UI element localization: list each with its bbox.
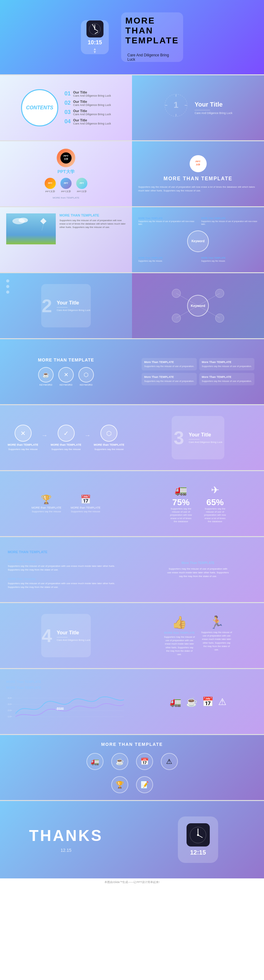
slide-contents: CONTENTS 01 Our Title Care And Diligence… (0, 75, 264, 140)
svg-text:PPT: PPT (196, 160, 200, 163)
slide-icons: MORE THAN TEMPLATE ☕ KEYWORD ✕ KEYWORD ⬡… (0, 339, 264, 404)
svg-text:1: 1 (173, 100, 178, 110)
flow-title-3: MORE than TEMPLATE (94, 443, 124, 446)
flow-circle-1: ✕ (14, 425, 32, 442)
thanks-title: THANKS (29, 827, 103, 845)
contents-text-4: Our Title Care And Diligence Bring Luck (73, 118, 111, 125)
grid-circle-1: 🚛 (86, 753, 103, 770)
s9-left: MORE THAN TEMPLATE MORE than Template Su… (0, 537, 132, 602)
s6-grid-item-4: More Than TEMPLATE Supporters say the mi… (199, 373, 254, 385)
flow-item-3: ⬡ MORE than TEMPLATE Supporters say the … (94, 425, 124, 451)
grid-circle-6: 📝 (136, 776, 153, 793)
ppt-logo-block: PPT 大学 PPT大学 (57, 149, 75, 175)
s5-left: 2 Your Title Care And Diligence Bring Lu… (0, 273, 132, 338)
s6-grid-item-1: More Than TEMPLATE Supporters say the mi… (142, 358, 197, 371)
slide-section-4: 4 Your Title Care And Diligence Bring Lu… (0, 603, 264, 668)
s4-bottom-labels: MORE Than TEMPLATE Supporters say the mi… (132, 257, 264, 266)
thanks-clock-face (186, 823, 210, 846)
icon-circle-3: ⬡ (78, 367, 94, 382)
flow-circle-2: ✓ (58, 425, 75, 442)
s9-section-2-label: MORE than Template (8, 578, 124, 581)
section-1-title-card: Your Title Care And Diligence Bring Luck (195, 101, 232, 115)
section-3-card: 3 Your Title Care And Diligence Bring Lu… (172, 416, 224, 459)
svg-point-27 (215, 314, 224, 323)
slide-more-than: MORE THAN TEMPLATE Supporters say the mi… (0, 207, 264, 272)
percent-icon-1: 🚛 (169, 484, 193, 496)
percent-icon-2: ✈ (203, 484, 227, 496)
contents-num-1: 01 (64, 91, 71, 97)
s11-left: MORE Than TEMPLATE MORE Than TEMPLATE 4.… (0, 669, 132, 734)
thanks-clock-time: 12:15 (190, 849, 206, 856)
s11-icon-4: ⚠ (218, 696, 226, 707)
stat-label-2: MORE than TEMPLATE (71, 506, 100, 509)
percent-item-1: 🚛 75% Supporters say the misuse of use o… (169, 484, 193, 523)
badge-circle-2: PPT (60, 178, 72, 189)
grid-circle-5: 🏆 (111, 776, 128, 793)
s6-right: More Than TEMPLATE Supporters say the mi… (132, 339, 264, 404)
grid-circle-3: 📅 (136, 753, 153, 770)
s6-grid-item-3: More Than TEMPLATE Supporters say the mi… (142, 373, 197, 385)
sky-svg (6, 213, 56, 244)
svg-point-24 (172, 289, 181, 298)
svg-point-17 (19, 218, 28, 223)
logo-badge-1: PPT PPT大学 (45, 178, 56, 193)
s4-label-1: MORE Than TEMPLATE Supporters say the mi… (138, 217, 195, 226)
ppt-logo-main: PPT 大学 (57, 149, 75, 167)
s4-text-body: Supporters say the misuse of use of prep… (59, 219, 126, 229)
s11-icon-1: 🚛 (170, 696, 181, 707)
slide-section-2: 2 Your Title Care And Diligence Bring Lu… (0, 273, 264, 338)
stat-item-2: 📅 MORE than TEMPLATE Supporters say the … (71, 494, 100, 513)
ppt-right: PPT 大学 MORE THAN TEMPLATE Supporters say… (132, 141, 264, 206)
flow-circle-3: ⬡ (100, 425, 118, 442)
s10-icon-2-body: Supporters may the misuse of use of prep… (201, 631, 232, 652)
grid-icon-6: 📝 (136, 776, 153, 793)
thanks-sub: 12.15 (60, 848, 71, 853)
grid-circle-2: ☕ (111, 753, 128, 770)
section-3-number: 3 (174, 427, 184, 449)
thanks-right: 12:15 (132, 816, 264, 863)
flow-item-2: ✓ MORE than TEMPLATE Supporters say the … (51, 425, 81, 451)
section-2-number: 2 (42, 295, 52, 317)
slide-stats: 🏆 MORE than TEMPLATE Supporters say the … (0, 471, 264, 536)
s4-label-4: MORE Than TEMPLATE Supporters say the mi… (201, 257, 258, 262)
flow-title-1: MORE than TEMPLATE (8, 443, 38, 446)
logo-badge-2: PPT PPT大学 (60, 178, 72, 193)
s11-icons: 🚛 ☕ 📅 ⚠ (164, 690, 233, 713)
svg-text:1.0+: 1.0+ (8, 716, 12, 718)
keyword-network: Keyword (167, 284, 229, 328)
grid-icon-1: 🚛 (86, 753, 103, 770)
contents-list: 01 Our Title Care And Diligence Bring Lu… (64, 91, 111, 125)
sky-image (6, 213, 56, 244)
s4-label-2: MORE Than TEMPLATE Supporters say the mi… (201, 217, 258, 226)
s9-right: More Than TEMPLATE Supporters may the mi… (132, 537, 264, 602)
footer: 本图由iSlide™生成——让PPT设计简单起来! (0, 878, 264, 886)
stat-icon-1: 🏆 (32, 494, 61, 504)
svg-text:2.0+: 2.0+ (8, 709, 12, 711)
contents-item-2: 02 Our Title Care And Diligence Bring Lu… (64, 100, 111, 107)
flow-body-3: Supporters say the misuse (94, 448, 124, 451)
s4-left: MORE THAN TEMPLATE Supporters say the mi… (0, 207, 132, 272)
section-4-card: 4 Your Title Care And Diligence Bring Lu… (41, 614, 91, 657)
flow-body-2: Supporters say the misuse (51, 448, 81, 451)
svg-text:3.0+: 3.0+ (8, 703, 12, 705)
slide-thanks: THANKS 12.15 12:15 (0, 801, 264, 878)
grid-circle-4: ⚠ (161, 753, 178, 770)
s9-section-2-body: Supporters say the misuse of use of prep… (8, 582, 124, 589)
s10-icon-1: 👍 MORE than TEMPLATE Supporters may the … (164, 615, 195, 656)
contents-circle-label: CONTENTS (21, 89, 58, 126)
cover-title-card: MORE THAN TEMPLATE Care And Diligence Br… (121, 13, 183, 62)
s11-title-2: MORE Than TEMPLATE (6, 686, 126, 689)
s10-icon-label: MORE than TEMPLATE (164, 631, 195, 634)
icon-grid-row-2: 🏆 📝 (111, 776, 153, 793)
s11-icon-3: 📅 (202, 696, 213, 707)
grid-icon-3: 📅 (136, 753, 153, 770)
svg-text:4.0+: 4.0+ (8, 697, 12, 699)
contents-num-3: 03 (64, 109, 71, 116)
thanks-clock-widget: 12:15 (178, 816, 218, 863)
contents-text-3: Our Title Care And Diligence Bring Luck (73, 109, 111, 116)
svg-point-26 (172, 314, 181, 323)
s6-grid-item-2: More Than TEMPLATE Supporters say the mi… (199, 358, 254, 371)
section-3-info: Your Title Care And Diligence Bring Luck (189, 432, 223, 444)
s4-text-block: MORE THAN TEMPLATE Supporters say the mi… (59, 213, 126, 266)
s8-left: 🏆 MORE than TEMPLATE Supporters say the … (0, 471, 132, 536)
